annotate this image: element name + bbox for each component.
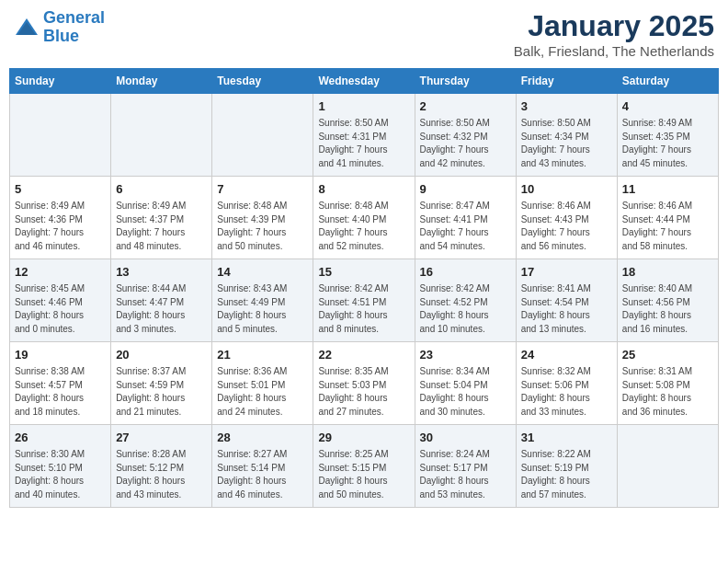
calendar-cell: 17Sunrise: 8:41 AM Sunset: 4:54 PM Dayli… (516, 259, 617, 342)
calendar-week-1: 1Sunrise: 8:50 AM Sunset: 4:31 PM Daylig… (10, 94, 719, 177)
page-header: General Blue January 2025 Balk, Frieslan… (9, 9, 719, 59)
day-info: Sunrise: 8:44 AM Sunset: 4:47 PM Dayligh… (116, 282, 207, 336)
calendar-cell: 20Sunrise: 8:37 AM Sunset: 4:59 PM Dayli… (111, 342, 212, 425)
day-info: Sunrise: 8:37 AM Sunset: 4:59 PM Dayligh… (116, 365, 207, 419)
calendar-cell: 18Sunrise: 8:40 AM Sunset: 4:56 PM Dayli… (617, 259, 718, 342)
calendar-cell: 7Sunrise: 8:48 AM Sunset: 4:39 PM Daylig… (212, 177, 313, 259)
calendar-cell: 4Sunrise: 8:49 AM Sunset: 4:35 PM Daylig… (617, 94, 718, 177)
calendar-week-2: 5Sunrise: 8:49 AM Sunset: 4:36 PM Daylig… (10, 177, 719, 259)
day-number: 27 (116, 430, 207, 446)
day-number: 30 (420, 430, 511, 446)
day-number: 15 (318, 264, 409, 281)
day-info: Sunrise: 8:48 AM Sunset: 4:40 PM Dayligh… (318, 200, 409, 253)
calendar-cell: 27Sunrise: 8:28 AM Sunset: 5:12 PM Dayli… (111, 425, 212, 508)
calendar-cell (617, 425, 718, 508)
day-info: Sunrise: 8:50 AM Sunset: 4:34 PM Dayligh… (521, 117, 612, 170)
day-info: Sunrise: 8:48 AM Sunset: 4:39 PM Dayligh… (217, 200, 308, 253)
calendar-cell: 9Sunrise: 8:47 AM Sunset: 4:41 PM Daylig… (415, 177, 516, 259)
calendar-cell: 28Sunrise: 8:27 AM Sunset: 5:14 PM Dayli… (212, 425, 313, 508)
day-info: Sunrise: 8:30 AM Sunset: 5:10 PM Dayligh… (15, 448, 106, 501)
calendar-cell: 8Sunrise: 8:48 AM Sunset: 4:40 PM Daylig… (313, 177, 415, 259)
day-number: 12 (15, 264, 106, 281)
day-number: 31 (521, 430, 612, 446)
header-friday: Friday (516, 69, 617, 94)
calendar-cell: 24Sunrise: 8:32 AM Sunset: 5:06 PM Dayli… (516, 342, 617, 425)
day-number: 26 (15, 430, 106, 446)
calendar-cell: 11Sunrise: 8:46 AM Sunset: 4:44 PM Dayli… (617, 177, 718, 259)
logo-blue: Blue (43, 27, 79, 45)
header-wednesday: Wednesday (313, 69, 415, 94)
day-number: 20 (116, 347, 207, 363)
day-number: 10 (521, 181, 612, 198)
day-info: Sunrise: 8:49 AM Sunset: 4:37 PM Dayligh… (116, 200, 207, 253)
day-info: Sunrise: 8:47 AM Sunset: 4:41 PM Dayligh… (420, 200, 511, 253)
day-info: Sunrise: 8:31 AM Sunset: 5:08 PM Dayligh… (622, 365, 713, 419)
calendar-cell: 3Sunrise: 8:50 AM Sunset: 4:34 PM Daylig… (516, 94, 617, 177)
day-info: Sunrise: 8:38 AM Sunset: 4:57 PM Dayligh… (15, 365, 106, 419)
day-number: 5 (15, 181, 106, 198)
day-info: Sunrise: 8:41 AM Sunset: 4:54 PM Dayligh… (521, 282, 612, 336)
day-info: Sunrise: 8:49 AM Sunset: 4:35 PM Dayligh… (622, 117, 713, 170)
day-number: 7 (217, 181, 308, 198)
day-info: Sunrise: 8:46 AM Sunset: 4:43 PM Dayligh… (521, 200, 612, 253)
calendar-header-row: SundayMondayTuesdayWednesdayThursdayFrid… (10, 69, 719, 94)
calendar-cell: 13Sunrise: 8:44 AM Sunset: 4:47 PM Dayli… (111, 259, 212, 342)
day-info: Sunrise: 8:50 AM Sunset: 4:32 PM Dayligh… (420, 117, 511, 170)
day-number: 22 (318, 347, 409, 363)
calendar-week-4: 19Sunrise: 8:38 AM Sunset: 4:57 PM Dayli… (10, 342, 719, 425)
calendar-cell: 16Sunrise: 8:42 AM Sunset: 4:52 PM Dayli… (415, 259, 516, 342)
calendar-cell: 25Sunrise: 8:31 AM Sunset: 5:08 PM Dayli… (617, 342, 718, 425)
day-info: Sunrise: 8:27 AM Sunset: 5:14 PM Dayligh… (217, 448, 308, 501)
logo-general: General (43, 8, 105, 27)
day-info: Sunrise: 8:32 AM Sunset: 5:06 PM Dayligh… (521, 365, 612, 419)
calendar-cell: 14Sunrise: 8:43 AM Sunset: 4:49 PM Dayli… (212, 259, 313, 342)
calendar-cell: 22Sunrise: 8:35 AM Sunset: 5:03 PM Dayli… (313, 342, 415, 425)
day-info: Sunrise: 8:28 AM Sunset: 5:12 PM Dayligh… (116, 448, 207, 501)
day-number: 14 (217, 264, 308, 281)
calendar-cell: 31Sunrise: 8:22 AM Sunset: 5:19 PM Dayli… (516, 425, 617, 508)
calendar-cell: 2Sunrise: 8:50 AM Sunset: 4:32 PM Daylig… (415, 94, 516, 177)
day-number: 25 (622, 347, 713, 363)
calendar-cell: 15Sunrise: 8:42 AM Sunset: 4:51 PM Dayli… (313, 259, 415, 342)
day-number: 19 (15, 347, 106, 363)
day-info: Sunrise: 8:46 AM Sunset: 4:44 PM Dayligh… (622, 200, 713, 253)
calendar-cell: 5Sunrise: 8:49 AM Sunset: 4:36 PM Daylig… (10, 177, 111, 259)
calendar-table: SundayMondayTuesdayWednesdayThursdayFrid… (9, 68, 719, 508)
day-number: 13 (116, 264, 207, 281)
title-section: January 2025 Balk, Friesland, The Nether… (514, 9, 714, 59)
day-number: 4 (622, 98, 713, 115)
calendar-cell (10, 94, 111, 177)
calendar-cell: 23Sunrise: 8:34 AM Sunset: 5:04 PM Dayli… (415, 342, 516, 425)
day-info: Sunrise: 8:22 AM Sunset: 5:19 PM Dayligh… (521, 448, 612, 501)
header-tuesday: Tuesday (212, 69, 313, 94)
calendar-cell: 1Sunrise: 8:50 AM Sunset: 4:31 PM Daylig… (313, 94, 415, 177)
day-number: 16 (420, 264, 511, 281)
header-saturday: Saturday (617, 69, 718, 94)
day-info: Sunrise: 8:35 AM Sunset: 5:03 PM Dayligh… (318, 365, 409, 419)
header-monday: Monday (111, 69, 212, 94)
day-info: Sunrise: 8:50 AM Sunset: 4:31 PM Dayligh… (318, 117, 409, 170)
day-info: Sunrise: 8:34 AM Sunset: 5:04 PM Dayligh… (420, 365, 511, 419)
calendar-cell: 26Sunrise: 8:30 AM Sunset: 5:10 PM Dayli… (10, 425, 111, 508)
header-sunday: Sunday (10, 69, 111, 94)
day-info: Sunrise: 8:45 AM Sunset: 4:46 PM Dayligh… (15, 282, 106, 336)
calendar-cell: 10Sunrise: 8:46 AM Sunset: 4:43 PM Dayli… (516, 177, 617, 259)
logo: General Blue (14, 9, 105, 46)
calendar-cell: 21Sunrise: 8:36 AM Sunset: 5:01 PM Dayli… (212, 342, 313, 425)
location-subtitle: Balk, Friesland, The Netherlands (514, 43, 714, 59)
day-number: 18 (622, 264, 713, 281)
calendar-cell (212, 94, 313, 177)
calendar-cell: 30Sunrise: 8:24 AM Sunset: 5:17 PM Dayli… (415, 425, 516, 508)
day-info: Sunrise: 8:49 AM Sunset: 4:36 PM Dayligh… (15, 200, 106, 253)
month-title: January 2025 (514, 9, 714, 43)
day-info: Sunrise: 8:42 AM Sunset: 4:52 PM Dayligh… (420, 282, 511, 336)
day-number: 6 (116, 181, 207, 198)
day-info: Sunrise: 8:43 AM Sunset: 4:49 PM Dayligh… (217, 282, 308, 336)
day-info: Sunrise: 8:40 AM Sunset: 4:56 PM Dayligh… (622, 282, 713, 336)
calendar-cell: 6Sunrise: 8:49 AM Sunset: 4:37 PM Daylig… (111, 177, 212, 259)
day-number: 3 (521, 98, 612, 115)
calendar-week-5: 26Sunrise: 8:30 AM Sunset: 5:10 PM Dayli… (10, 425, 719, 508)
day-number: 8 (318, 181, 409, 198)
day-info: Sunrise: 8:42 AM Sunset: 4:51 PM Dayligh… (318, 282, 409, 336)
header-thursday: Thursday (415, 69, 516, 94)
